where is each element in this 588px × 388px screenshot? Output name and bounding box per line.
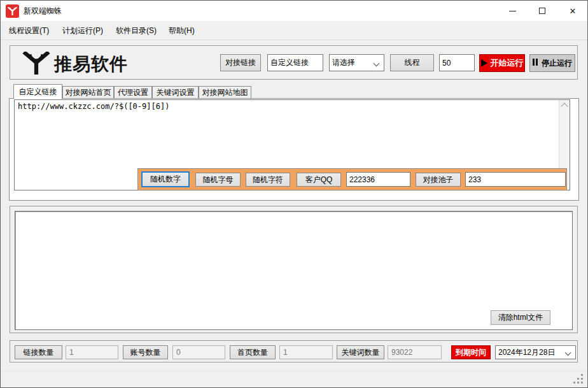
scroll-up-icon: [561, 103, 568, 110]
expire-date-value: 2024年12月28日: [498, 347, 555, 358]
stop-run-button[interactable]: 停止运行: [529, 54, 575, 72]
chevron-down-icon: [565, 350, 571, 356]
pool-input[interactable]: [465, 172, 566, 187]
thread-button[interactable]: 线程: [390, 54, 434, 71]
link-count-button[interactable]: 链接数量: [15, 345, 62, 359]
tab-proxy-settings[interactable]: 代理设置: [114, 86, 152, 98]
brand-name: 推易软件: [54, 52, 128, 76]
account-count-button[interactable]: 账号数量: [123, 345, 168, 359]
keyword-count-button[interactable]: 关键词数量: [337, 345, 384, 359]
menu-scheduled-run[interactable]: 计划运行(P): [59, 21, 107, 40]
brand-logo-icon: [22, 52, 50, 76]
pool-button[interactable]: 对接池子: [416, 173, 461, 187]
app-window: 新双端蜘蛛 ✕ 线程设置(T) 计划运行(P) 软件目录(S) 帮助(H) 推易…: [0, 0, 588, 388]
clear-html-button[interactable]: 清除html文件: [491, 310, 550, 325]
account-count-value: 0: [172, 345, 225, 359]
start-run-button[interactable]: 开始运行: [479, 54, 525, 72]
tab-sitemap[interactable]: 对接网站地图: [199, 86, 251, 98]
tab-site-homepage[interactable]: 对接网站首页: [62, 86, 114, 98]
tab-keyword-settings[interactable]: 关键词设置: [152, 86, 199, 98]
window-title: 新双端蜘蛛: [24, 1, 62, 21]
expire-time-button[interactable]: 到期时间: [451, 345, 491, 359]
resize-grip[interactable]: [581, 382, 583, 384]
menu-software-dir[interactable]: 软件目录(S): [112, 21, 160, 40]
app-logo-icon: [6, 4, 19, 18]
chevron-down-icon: [374, 61, 380, 67]
mode-select[interactable]: 请选择: [329, 54, 384, 71]
menu-thread-settings[interactable]: 线程设置(T): [5, 21, 53, 40]
play-icon: [481, 59, 487, 67]
maximize-icon: [539, 8, 545, 14]
expire-date-select[interactable]: 2024年12月28日: [495, 345, 576, 359]
close-button[interactable]: ✕: [558, 1, 587, 21]
home-count-button[interactable]: 首页数量: [230, 345, 276, 359]
customer-qq-input[interactable]: [346, 172, 410, 187]
tab-custom-link[interactable]: 自定义链接: [13, 84, 62, 99]
customer-qq-button[interactable]: 客户QQ: [297, 173, 341, 187]
random-digit-button[interactable]: 随机数字: [141, 171, 190, 187]
menu-bar: 线程设置(T) 计划运行(P) 软件目录(S) 帮助(H): [1, 21, 587, 40]
start-run-label: 开始运行: [491, 57, 524, 69]
title-bar: 新双端蜘蛛 ✕: [1, 1, 587, 21]
home-count-value: 1: [279, 345, 333, 359]
stop-run-label: 停止运行: [542, 58, 572, 69]
keyword-count-value: 93022: [388, 345, 442, 359]
menu-help[interactable]: 帮助(H): [165, 21, 199, 40]
output-panel: [15, 211, 573, 330]
minimize-button[interactable]: [498, 1, 527, 21]
random-letter-button[interactable]: 随机字母: [195, 173, 241, 187]
thread-count-input[interactable]: [439, 54, 475, 71]
random-char-button[interactable]: 随机字符: [246, 173, 290, 187]
minimize-icon: [509, 11, 516, 11]
close-icon: ✕: [570, 6, 577, 16]
maximize-button[interactable]: [528, 1, 557, 21]
connect-link-button[interactable]: 对接链接: [220, 54, 261, 71]
statusstrip-divider: [1, 371, 587, 371]
link-count-value: 1: [66, 345, 118, 359]
link-mode-input[interactable]: [267, 54, 323, 71]
pause-icon: [533, 59, 539, 68]
mode-select-value: 请选择: [332, 57, 355, 68]
